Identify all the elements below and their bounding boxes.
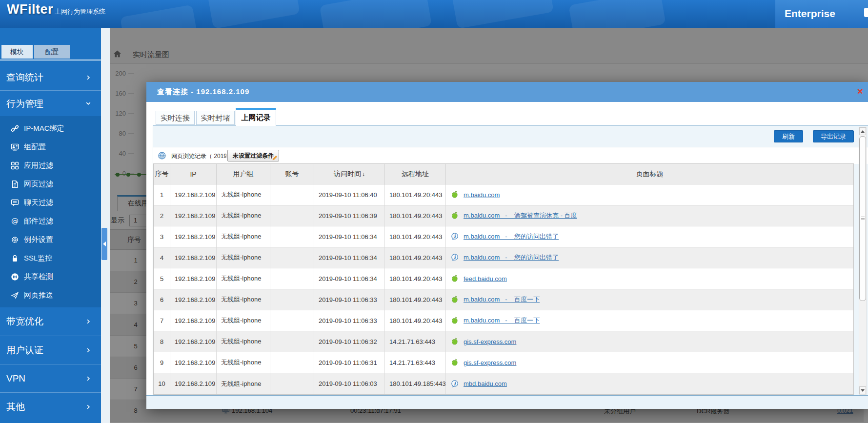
cell-group: 无线组-iphone: [217, 205, 270, 226]
record-row: 6192.168.2.109无线组-iphone2019-09-10 11:06…: [154, 289, 853, 310]
cell-ip: 192.168.2.109: [170, 310, 217, 331]
page-link[interactable]: m.baidu.com: [464, 191, 500, 199]
cell-no: 8: [154, 331, 170, 352]
sidebar-item-5[interactable]: @邮件过滤: [0, 212, 101, 230]
export-records-button[interactable]: 导出记录: [813, 130, 854, 142]
sidebar-item-3[interactable]: 网页过滤: [0, 175, 101, 193]
cell-page-title: m.baidu.com - 百度一下: [446, 310, 853, 331]
dialog-tab-2[interactable]: 上网记录: [236, 108, 276, 126]
column-header-label: 页面标题: [636, 170, 664, 179]
sidebar-group-0[interactable]: 查询统计: [0, 64, 101, 90]
scrollbar[interactable]: [859, 127, 867, 395]
page-link[interactable]: mbd.baidu.com: [464, 380, 507, 387]
sidebar-group-4[interactable]: VPN: [0, 364, 101, 392]
sidebar-item-label: 例外设置: [24, 235, 53, 244]
cell-remote: 14.21.71.63:443: [385, 352, 446, 373]
sidebar-group-label: 其他: [6, 402, 25, 412]
sidebar-tabs: 模块配置: [1, 45, 71, 59]
scroll-down-button[interactable]: [859, 386, 866, 394]
sidebar-group-label: 带宽优化: [6, 316, 43, 326]
keyboard-decoration: [451, 0, 554, 28]
column-header-label: 用户组: [233, 170, 254, 179]
cell-remote: 180.101.49.20:443: [385, 247, 446, 268]
cell-page-title: m.baidu.com: [446, 184, 853, 205]
dialog-titlebar: 查看连接 - 192.168.2.109 ×: [146, 82, 868, 102]
sidebar-item-1[interactable]: 组配置: [0, 138, 101, 156]
brand: WFilter上网行为管理系统: [7, 2, 105, 17]
cell-account: [270, 247, 314, 268]
page-link[interactable]: gis.sf-express.com: [464, 359, 516, 366]
column-header-5[interactable]: 远程地址: [385, 164, 446, 184]
sidebar-item-9[interactable]: 网页推送: [0, 286, 101, 304]
scroll-up-button[interactable]: [859, 127, 866, 135]
dialog-body: 实时连接实时封堵上网记录 刷新 导出记录 网页浏览记录（ 20190910 ） …: [146, 102, 868, 409]
sidebar-item-label: 应用过滤: [24, 161, 53, 170]
column-header-2[interactable]: 用户组: [217, 164, 270, 184]
record-row: 5192.168.2.109无线组-iphone2019-09-10 11:06…: [154, 268, 853, 289]
cell-remote: 180.101.49.20:443: [385, 289, 446, 310]
sidebar-collapse-handle[interactable]: [101, 228, 107, 260]
sidebar-item-label: 邮件过滤: [24, 217, 53, 226]
cell-no: 6: [154, 289, 170, 310]
cell-time: 2019-09-10 11:06:34: [314, 268, 385, 289]
column-header-4[interactable]: 访问时间↓: [314, 164, 385, 184]
sidebar-mode-tab-1[interactable]: 配置: [34, 45, 70, 59]
page-link[interactable]: m.baidu.com - 您的访问出错了: [464, 232, 559, 241]
refresh-button[interactable]: 刷新: [774, 130, 803, 142]
chevron-right-icon: [85, 75, 91, 81]
apple-icon: [450, 316, 459, 325]
column-header-label: 序号: [155, 170, 169, 179]
edition-label: Enterprise: [785, 8, 835, 20]
page-link[interactable]: m.baidu.com - 百度一下: [464, 316, 540, 325]
page-link[interactable]: m.baidu.com - 酒驾被查演休克 - 百度: [464, 211, 577, 220]
sidebar-item-6[interactable]: 例外设置: [0, 230, 101, 249]
dialog-tab-1[interactable]: 实时封堵: [196, 111, 235, 125]
column-header-6[interactable]: 页面标题: [446, 164, 853, 184]
sidebar-item-2[interactable]: 应用过滤: [0, 156, 101, 175]
column-header-1[interactable]: IP: [170, 164, 217, 184]
sidebar-group-3[interactable]: 用户认证: [0, 336, 101, 364]
records-table: 序号IP用户组账号访问时间↓远程地址页面标题1192.168.2.109无线组-…: [153, 163, 854, 395]
cell-page-title: gis.sf-express.com: [446, 331, 853, 352]
topbar: WFilter上网行为管理系统 Enterprise: [0, 0, 868, 28]
cell-time: 2019-09-10 11:06:34: [314, 226, 385, 247]
cell-account: [270, 289, 314, 310]
record-row: 8192.168.2.109无线组-iphone2019-09-10 11:06…: [154, 331, 853, 352]
sidebar-group-2[interactable]: 带宽优化: [0, 307, 101, 336]
cell-remote: 180.101.49.20:443: [385, 310, 446, 331]
lock-icon: [11, 254, 19, 262]
dialog-tab-0[interactable]: 实时连接: [156, 111, 195, 125]
page-link[interactable]: feed.baidu.com: [464, 275, 507, 282]
filter-button[interactable]: 未设置过滤条件: [227, 150, 279, 161]
cell-time: 2019-09-10 11:06:33: [314, 310, 385, 331]
cell-group: 无线组-iphone: [217, 373, 270, 394]
sidebar-menu: 查询统计行为管理IP-MAC绑定组配置应用过滤网页过滤聊天过滤@邮件过滤例外设置…: [0, 64, 101, 421]
column-header-3[interactable]: 账号: [270, 164, 314, 184]
page-link[interactable]: m.baidu.com - 您的访问出错了: [464, 253, 559, 262]
cell-ip: 192.168.2.109: [170, 268, 217, 289]
close-icon[interactable]: ×: [857, 85, 863, 97]
chevron-right-icon: [85, 319, 91, 324]
sidebar-item-4[interactable]: 聊天过滤: [0, 193, 101, 212]
sidebar-item-0[interactable]: IP-MAC绑定: [0, 119, 101, 138]
cell-time: 2019-09-10 11:06:34: [314, 247, 385, 268]
sidebar: 模块配置 查询统计行为管理IP-MAC绑定组配置应用过滤网页过滤聊天过滤@邮件过…: [0, 28, 101, 423]
page-link[interactable]: gis.sf-express.com: [464, 338, 516, 345]
scroll-thumb[interactable]: [859, 136, 866, 301]
page-link[interactable]: m.baidu.com - 百度一下: [464, 295, 540, 304]
cell-time: 2019-09-10 11:06:03: [314, 373, 385, 394]
column-header-0[interactable]: 序号: [154, 164, 170, 184]
sidebar-mode-tab-0[interactable]: 模块: [1, 45, 33, 59]
sidebar-item-7[interactable]: SSL监控: [0, 249, 101, 267]
sidebar-group-label: 行为管理: [6, 99, 43, 109]
cell-page-title: imbd.baidu.com: [446, 373, 853, 394]
chevron-right-icon: [85, 376, 91, 382]
sidebar-group-5[interactable]: 其他: [0, 392, 101, 421]
info-icon: i: [450, 253, 459, 262]
sidebar-group-1[interactable]: 行为管理: [0, 90, 101, 116]
arrow-down-icon: [861, 389, 865, 392]
column-header-label: 账号: [285, 170, 299, 179]
app-window: WFilter上网行为管理系统 Enterprise 模块配置 查询统计行为管理…: [0, 0, 868, 423]
sidebar-item-8[interactable]: 共享检测: [0, 267, 101, 286]
pencil-icon: [272, 155, 278, 161]
